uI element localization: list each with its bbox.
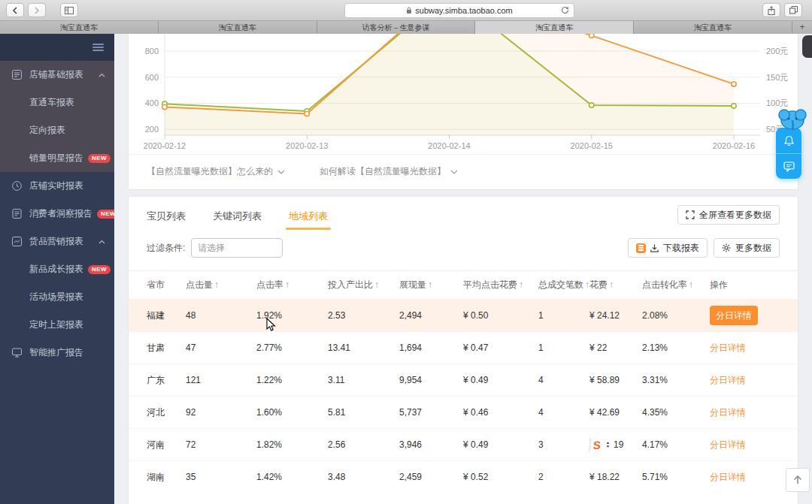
trend-line-chart: 800200元600150元400100元20050元2020-02-12202… bbox=[129, 34, 799, 154]
table-row[interactable]: 河南721.82%2.563,946¥ 0.493 S ▲▼ 19 4.17% … bbox=[129, 428, 798, 460]
tab-overview-button[interactable] bbox=[784, 3, 802, 17]
col-province[interactable]: 省市 bbox=[147, 279, 186, 291]
region-list-card: 宝贝列表 关键词列表 地域列表 全屏查看更多数据 过滤条件: bbox=[128, 196, 798, 504]
sidebar-item-activity-scene-report[interactable]: 活动场景报表 bbox=[0, 283, 114, 311]
table-row[interactable]: 湖南351.42%3.482,459¥ 0.522¥ 18.225.71% 分日… bbox=[129, 460, 798, 493]
col-action: 操作 bbox=[710, 279, 780, 291]
col-orders[interactable]: 总成交笔数↑ bbox=[538, 279, 589, 291]
chevron-up-icon bbox=[98, 240, 105, 244]
filter-row: 过滤条件: 下载报表 更多数据 bbox=[129, 233, 798, 263]
scroll-to-top-button[interactable] bbox=[786, 468, 810, 492]
fullscreen-more-data-button[interactable]: 全屏查看更多数据 bbox=[677, 205, 780, 225]
daily-detail-button[interactable]: 分日详情 bbox=[710, 306, 758, 325]
filter-select-input[interactable] bbox=[191, 238, 283, 258]
col-clicks[interactable]: 点击量↑ bbox=[186, 279, 256, 291]
faq-links-row: 【自然流量曝光数据】怎么来的 如何解读【自然流量曝光数据】 bbox=[129, 154, 798, 189]
col-impressions[interactable]: 展现量↑ bbox=[399, 279, 463, 291]
document-icon bbox=[12, 209, 23, 219]
faq-link-howto[interactable]: 如何解读【自然流量曝光数据】 bbox=[320, 165, 458, 178]
chevron-down-icon bbox=[277, 170, 285, 174]
browser-tab-2[interactable]: 淘宝直通车 bbox=[159, 21, 317, 34]
more-data-button[interactable]: 更多数据 bbox=[714, 238, 780, 258]
gear-icon bbox=[722, 243, 731, 252]
svg-text:200: 200 bbox=[145, 125, 159, 134]
sidebar-item-ztc-report[interactable]: 直通车报表 bbox=[0, 89, 114, 116]
col-ctr[interactable]: 点击率↑ bbox=[256, 279, 328, 291]
sidebar-item-scheduled-listing-report[interactable]: 定时上架报表 bbox=[0, 311, 114, 339]
excel-icon bbox=[636, 243, 646, 253]
sort-asc-icon: ↑ bbox=[609, 279, 614, 290]
tab-keyword-list[interactable]: 关键词列表 bbox=[213, 197, 262, 233]
new-tab-button[interactable]: + bbox=[792, 21, 812, 34]
table-row[interactable]: 福建481.92%2.532,494¥ 0.501¥ 24.122.08% 分日… bbox=[129, 299, 798, 331]
address-bar[interactable]: subway.simba.taobao.com bbox=[344, 3, 574, 18]
browser-tab-4-active[interactable]: 淘宝直通车 bbox=[475, 21, 634, 34]
sidebar-item-new-product-growth-report[interactable]: 新品成长报表NEW bbox=[0, 255, 114, 283]
back-button[interactable] bbox=[6, 3, 24, 17]
chevron-down-icon bbox=[450, 170, 458, 174]
sidebar-item-consumer-insight-report[interactable]: 消费者洞察报告 NEW bbox=[0, 200, 114, 228]
notification-bell-button[interactable] bbox=[776, 128, 801, 153]
tab-product-list[interactable]: 宝贝列表 bbox=[147, 197, 186, 233]
svg-text:200元: 200元 bbox=[766, 47, 788, 56]
faq-link-source[interactable]: 【自然流量曝光数据】怎么来的 bbox=[147, 165, 285, 178]
bell-icon bbox=[783, 135, 795, 146]
arrow-up-icon bbox=[792, 475, 803, 485]
sidebar-item-store-realtime-report[interactable]: 店铺实时报表 bbox=[0, 172, 114, 200]
chevron-right-icon bbox=[34, 7, 40, 14]
svg-text:2020-02-16: 2020-02-16 bbox=[713, 141, 755, 150]
sogou-watermark-icon: S bbox=[589, 439, 601, 451]
download-report-button[interactable]: 下载报表 bbox=[628, 238, 707, 258]
share-button[interactable] bbox=[762, 3, 780, 17]
new-badge: NEW bbox=[97, 210, 114, 219]
sidebar-toggle-button[interactable] bbox=[60, 3, 78, 17]
panel-tabs: 宝贝列表 关键词列表 地域列表 全屏查看更多数据 bbox=[129, 197, 798, 233]
table-row[interactable]: 广东1211.22%3.119,954¥ 0.494¥ 58.893.31% 分… bbox=[129, 364, 798, 396]
spinner-arrows-icon: ▲▼ bbox=[606, 441, 610, 448]
col-roi[interactable]: 投入产出比↑ bbox=[328, 279, 399, 291]
tab-region-list[interactable]: 地域列表 bbox=[289, 197, 328, 233]
monitor-icon bbox=[12, 348, 23, 358]
daily-detail-link[interactable]: 分日详情 bbox=[710, 407, 746, 418]
table-header: 省市 点击量↑ 点击率↑ 投入产出比↑ 展现量↑ 平均点击花费↑ 总成交笔数↑ … bbox=[129, 270, 798, 299]
refresh-icon[interactable] bbox=[561, 6, 569, 16]
sort-asc-icon: ↑ bbox=[285, 279, 289, 290]
new-badge: NEW bbox=[88, 265, 111, 274]
browser-tab-1[interactable]: 淘宝直通车 bbox=[0, 21, 159, 34]
col-cvr[interactable]: 点击转化率↑ bbox=[642, 279, 710, 291]
table-row[interactable]: 河北921.60%5.815,737¥ 0.464¥ 42.694.35% 分日… bbox=[129, 396, 798, 428]
menu-collapse-icon[interactable] bbox=[92, 42, 104, 53]
svg-text:400: 400 bbox=[145, 98, 159, 107]
col-cost[interactable]: 花费↑ bbox=[589, 279, 642, 291]
daily-detail-link[interactable]: 分日详情 bbox=[710, 343, 746, 353]
svg-text:600: 600 bbox=[145, 73, 159, 82]
browser-tab-3[interactable]: 访客分析－生意参谋 bbox=[317, 21, 476, 34]
trend-chart-card: 800200元600150元400100元20050元2020-02-12202… bbox=[128, 34, 798, 190]
table-row[interactable]: 甘肃472.77%13.411,694¥ 0.471¥ 222.13% 分日详情 bbox=[129, 331, 798, 364]
lock-icon bbox=[406, 7, 412, 14]
sidebar-item-sales-star-report[interactable]: 销量明星报告NEW bbox=[0, 144, 114, 172]
daily-detail-link[interactable]: 分日详情 bbox=[710, 472, 746, 482]
chat-button[interactable] bbox=[776, 153, 801, 179]
chevron-left-icon bbox=[12, 7, 18, 14]
sidebar-item-product-marketing-reports[interactable]: 货品营销报表 bbox=[0, 228, 114, 255]
browser-tab-5[interactable]: 淘宝直通车 bbox=[634, 21, 792, 34]
chevron-up-icon bbox=[98, 73, 105, 77]
browser-tabbar: 淘宝直通车 淘宝直通车 访客分析－生意参谋 淘宝直通车 淘宝直通车 + bbox=[0, 21, 812, 34]
sidebar-item-store-basic-reports[interactable]: 店铺基础报表 bbox=[0, 61, 114, 89]
svg-text:2020-02-15: 2020-02-15 bbox=[571, 141, 613, 150]
col-avg-cost[interactable]: 平均点击花费↑ bbox=[463, 279, 538, 291]
daily-detail-link[interactable]: 分日详情 bbox=[710, 439, 746, 450]
tabs-icon bbox=[789, 6, 798, 14]
sidebar-header bbox=[0, 34, 114, 61]
svg-text:2020-02-12: 2020-02-12 bbox=[144, 141, 186, 150]
new-badge: NEW bbox=[88, 154, 111, 163]
sidebar-item-smart-promotion-report[interactable]: 智能推广报告 bbox=[0, 339, 114, 367]
sort-asc-icon: ↑ bbox=[519, 279, 523, 290]
sort-asc-icon: ↑ bbox=[214, 279, 219, 290]
cost-cell-with-watermark: S ▲▼ 19 bbox=[589, 439, 642, 451]
sidebar-item-targeting-report[interactable]: 定向报表 bbox=[0, 116, 114, 144]
forward-button[interactable] bbox=[28, 3, 46, 17]
fullscreen-icon bbox=[686, 210, 695, 219]
daily-detail-link[interactable]: 分日详情 bbox=[710, 375, 746, 385]
